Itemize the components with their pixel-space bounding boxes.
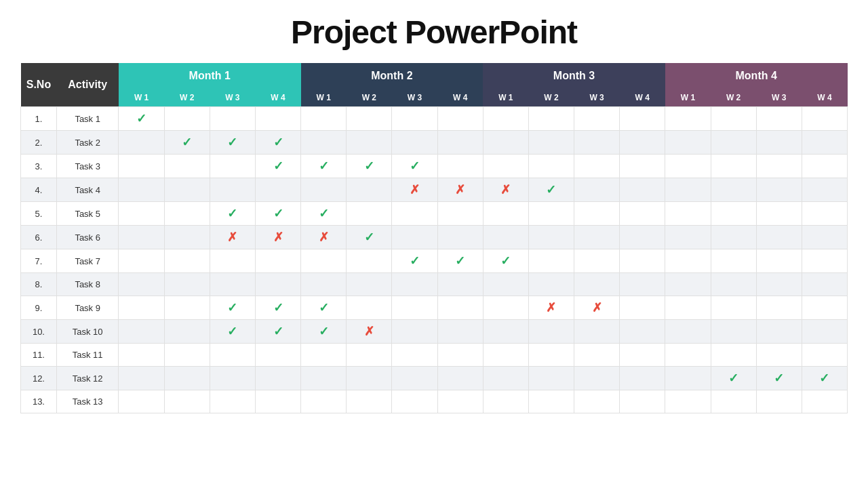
week-m2-w3: W 3 [392,89,437,107]
cell [483,320,528,344]
cell [756,107,802,131]
cell: ✓ [210,131,255,155]
row-sno: 9. [21,296,57,320]
cell [164,296,210,320]
cell: ✓ [528,178,574,202]
week-m2-w4: W 4 [437,89,483,107]
cell [119,155,164,178]
cell [528,155,574,178]
cell: ✗ [483,178,528,202]
cell [347,273,392,296]
cell [756,155,802,178]
row-activity: Task 1 [56,107,119,131]
cell [164,367,210,390]
cell [301,107,347,131]
cell [756,202,802,226]
table-row: 13.Task 13 [21,390,848,413]
cell [711,202,756,226]
row-sno: 6. [21,226,57,249]
cell [574,202,620,226]
cell [119,344,164,367]
cell [756,178,802,202]
cell [301,249,347,273]
cell [802,226,847,249]
cell [802,273,847,296]
table-row: 3.Task 3✓✓✓✓ [21,155,848,178]
cell [711,226,756,249]
cell [119,296,164,320]
cell: ✓ [164,131,210,155]
cell [347,107,392,131]
cell [574,320,620,344]
cell [164,155,210,178]
row-activity: Task 2 [56,131,119,155]
cell [347,249,392,273]
cell [756,344,802,367]
cell [483,155,528,178]
cell [574,367,620,390]
week-m2-w1: W 1 [301,89,347,107]
cell [528,390,574,413]
cell [574,249,620,273]
cell [802,107,847,131]
cell [711,390,756,413]
cell [437,273,483,296]
row-activity: Task 13 [56,390,119,413]
cell [620,344,665,367]
row-sno: 10. [21,320,57,344]
row-activity: Task 6 [56,226,119,249]
row-sno: 8. [21,273,57,296]
cell [301,131,347,155]
cell [392,131,437,155]
cell [665,226,711,249]
cell [392,226,437,249]
cell [483,273,528,296]
cell [620,131,665,155]
cell: ✗ [392,178,437,202]
row-activity: Task 7 [56,249,119,273]
cell: ✓ [437,249,483,273]
cell: ✓ [255,131,300,155]
cell [255,367,300,390]
cell: ✗ [528,296,574,320]
cell [711,273,756,296]
row-sno: 3. [21,155,57,178]
cell [301,367,347,390]
month2-header: Month 2 [301,63,484,89]
cell [620,107,665,131]
cell [255,344,300,367]
cell: ✓ [301,202,347,226]
cell [528,107,574,131]
cell: ✓ [301,320,347,344]
cell [210,178,255,202]
cell [164,390,210,413]
cell [711,131,756,155]
week-m2-w2: W 2 [347,89,392,107]
cell [756,320,802,344]
cell [392,344,437,367]
cell: ✓ [711,367,756,390]
cell [711,155,756,178]
row-sno: 4. [21,178,57,202]
corner-activity: Activity [56,63,119,107]
cell [802,390,847,413]
cell [802,155,847,178]
row-activity: Task 11 [56,344,119,367]
cell [665,344,711,367]
cell [711,320,756,344]
cell [528,320,574,344]
cell: ✓ [119,107,164,131]
cell [347,202,392,226]
cell [802,320,847,344]
cell [574,226,620,249]
cell [119,249,164,273]
cell: ✓ [210,296,255,320]
cell [528,344,574,367]
week-m3-w2: W 2 [528,89,574,107]
month1-header: Month 1 [119,63,301,89]
table-row: 1.Task 1✓ [21,107,848,131]
cell [620,249,665,273]
cell [574,344,620,367]
cell [665,390,711,413]
row-sno: 12. [21,367,57,390]
